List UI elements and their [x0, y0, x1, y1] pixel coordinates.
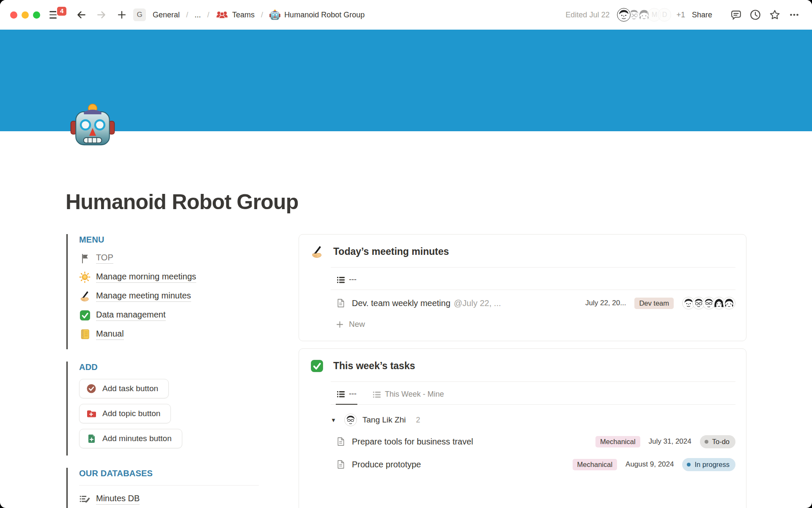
new-tab-button[interactable] [115, 8, 128, 21]
tab-label: This Week - Mine [385, 390, 444, 399]
meeting-title: Dev. team weekly meeting [352, 298, 450, 308]
meeting-row[interactable]: Dev. team weekly meeting @July 22, ... J… [336, 292, 735, 315]
task-row[interactable]: Produce prototype Mechanical August 9, 2… [336, 453, 735, 476]
page-title[interactable]: Humanoid Robot Group [66, 131, 746, 214]
card-title[interactable]: Today’s meeting minutes [333, 246, 449, 257]
menu-item-morning-meetings[interactable]: Manage morning meetings [79, 271, 196, 283]
updates-clock-icon[interactable] [749, 8, 762, 22]
task-title: Prepare tools for business travel [352, 437, 473, 447]
button-label: Add minutes button [102, 434, 172, 443]
breadcrumb-teams-label: Teams [232, 11, 255, 19]
databases-section: OUR DATABASES Minutes DB [66, 468, 299, 508]
status-badge: To-do [700, 435, 735, 448]
share-button[interactable]: Share [692, 11, 712, 19]
right-column: Today’s meeting minutes --- [299, 234, 746, 508]
menu-item-label: Manage morning meetings [96, 272, 196, 283]
window-controls [10, 11, 40, 19]
avatar-overflow-count[interactable]: +1 [676, 11, 685, 19]
page-cover[interactable] [0, 30, 812, 131]
breadcrumb-separator: / [186, 11, 188, 19]
menu-section: MENU TOP Manage morning meetings Manage … [66, 234, 299, 349]
forward-button[interactable] [95, 8, 108, 21]
add-minutes-button[interactable]: Add minutes button [79, 429, 182, 448]
check-mark-icon [79, 309, 91, 321]
attendee-avatars [682, 297, 735, 309]
team-tag: Dev team [634, 298, 674, 309]
add-task-button[interactable]: Add task button [79, 379, 169, 398]
category-tag: Mechanical [573, 459, 617, 470]
status-label: To-do [712, 438, 730, 446]
view-tab-default[interactable]: --- [336, 268, 357, 290]
plus-icon [336, 320, 344, 329]
button-label: Add task button [102, 384, 158, 393]
meeting-date-mention: @July 22, ... [454, 298, 501, 308]
menu-item-label: Minutes DB [96, 494, 140, 505]
breadcrumb-current-page[interactable]: Humanoid Robot Group [268, 8, 366, 21]
card-title[interactable]: This week’s tasks [333, 360, 415, 372]
add-topic-button[interactable]: Add topic button [79, 404, 171, 423]
menu-item-data-management[interactable]: Data management [79, 309, 166, 321]
menu-item-label: Manual [96, 329, 124, 340]
status-dot [687, 463, 691, 467]
check-mark-icon [310, 359, 324, 373]
databases-heading: OUR DATABASES [79, 469, 299, 478]
group-avatar [344, 414, 357, 426]
ledger-icon [79, 329, 91, 340]
writing-hand-icon [79, 290, 91, 302]
edited-timestamp: Edited Jul 22 [565, 11, 609, 19]
menu-item-label: Manage meeting minutes [96, 291, 191, 302]
back-button[interactable] [75, 8, 88, 21]
check-circle-icon [86, 384, 96, 394]
comments-icon[interactable] [729, 8, 743, 22]
breadcrumb: General / ... / Teams / Humanoid Robot G… [151, 8, 366, 21]
breadcrumb-general[interactable]: General [151, 10, 181, 20]
menu-item-meeting-minutes[interactable]: Manage meeting minutes [79, 290, 191, 302]
sidebar-toggle-button[interactable]: 4 [49, 10, 60, 19]
avatar-letter: D [658, 8, 671, 22]
group-count: 2 [416, 416, 420, 425]
viewer-avatars[interactable]: M D [617, 8, 671, 22]
more-options-icon[interactable] [787, 8, 801, 22]
zoom-window-button[interactable] [33, 11, 40, 19]
collapse-toggle-icon[interactable]: ▼ [331, 417, 340, 423]
due-date: July 31, 2024 [649, 437, 691, 446]
meeting-minutes-card: Today’s meeting minutes --- [299, 234, 746, 341]
page-icon [336, 436, 346, 447]
view-tab-default[interactable]: --- [336, 383, 357, 405]
menu-item-minutes-db[interactable]: Minutes DB [79, 493, 140, 505]
menu-heading: MENU [79, 235, 299, 245]
list-view-icon [337, 390, 345, 398]
task-title: Produce prototype [352, 460, 421, 469]
divider [331, 381, 735, 382]
notification-badge: 4 [56, 6, 67, 17]
divider [331, 267, 735, 268]
page-icon [336, 298, 346, 308]
view-tab-this-week-mine[interactable]: This Week - Mine [372, 383, 445, 404]
group-name: Tang Lik Zhi [362, 415, 406, 425]
file-plus-icon [86, 433, 96, 444]
avatar [617, 8, 631, 22]
breadcrumb-ellipsis[interactable]: ... [193, 10, 203, 20]
writing-hand-icon [310, 245, 324, 258]
menu-item-manual[interactable]: Manual [79, 329, 124, 340]
close-window-button[interactable] [10, 11, 17, 19]
titlebar: 4 G General / ... / Teams / Humanoid Rob… [0, 0, 812, 30]
new-meeting-button[interactable]: New [336, 315, 735, 334]
page-robot-icon[interactable] [70, 102, 115, 147]
list-view-icon [373, 390, 381, 399]
tab-label: --- [349, 275, 357, 284]
workspace-icon[interactable]: G [133, 8, 146, 21]
minimize-window-button[interactable] [22, 11, 29, 19]
tab-label: --- [349, 389, 357, 398]
app-window: 4 G General / ... / Teams / Humanoid Rob… [0, 0, 812, 508]
weekly-tasks-card: This week’s tasks --- This Week - Mine [299, 348, 746, 508]
menu-item-top[interactable]: TOP [79, 252, 113, 264]
breadcrumb-teams[interactable]: Teams [214, 9, 256, 21]
new-label: New [349, 320, 365, 329]
due-date: August 9, 2024 [625, 460, 674, 469]
breadcrumb-page-label: Humanoid Robot Group [284, 11, 365, 19]
category-tag: Mechanical [595, 436, 640, 447]
task-row[interactable]: Prepare tools for business travel Mechan… [336, 430, 735, 453]
breadcrumb-separator: / [261, 11, 263, 19]
favorite-star-icon[interactable] [768, 8, 782, 22]
